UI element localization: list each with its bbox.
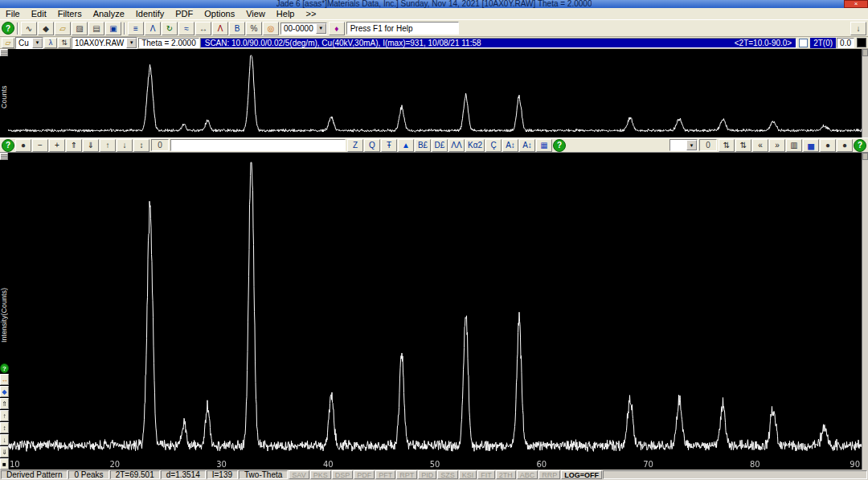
menu-filters[interactable]: Filters — [52, 9, 88, 18]
splitter-icon[interactable] — [862, 153, 868, 160]
menu-view[interactable]: View — [240, 9, 271, 18]
palette-icon[interactable]: ◆ — [0, 386, 9, 397]
record-icon[interactable]: ● — [15, 139, 31, 152]
flag-szs[interactable]: SZS — [437, 470, 458, 479]
display-colors-icon[interactable]: ◎ — [263, 22, 279, 35]
anode-select[interactable]: Cu ▼ — [15, 37, 43, 49]
flag-pdf[interactable]: PDF — [354, 470, 375, 479]
grid-table-icon[interactable]: ▦ — [536, 139, 552, 152]
find-peaks-icon[interactable]: ΛΛ — [448, 139, 465, 152]
display-mode-button[interactable] — [857, 38, 866, 47]
print-icon[interactable]: ▤ — [88, 22, 104, 35]
thumbnail-xrd-plot[interactable] — [8, 49, 862, 137]
pan-icon[interactable]: ↔ — [0, 374, 9, 385]
toolbar-overflow-icon[interactable]: ↓ — [850, 22, 866, 35]
splitter-icon[interactable] — [862, 49, 868, 56]
fit-height-icon[interactable]: ↕ — [0, 422, 9, 433]
sort-ascending-icon[interactable]: A↕ — [502, 139, 518, 152]
centroid-icon[interactable]: Ç — [485, 139, 502, 152]
spin-up-down-icon[interactable]: ⇅ — [719, 139, 735, 152]
help-icon[interactable]: ? — [2, 139, 14, 152]
two-theta-zero-label[interactable]: 2T(0) — [810, 38, 836, 48]
flag-rpt[interactable]: RPT — [396, 470, 417, 479]
stop-icon[interactable]: ● — [837, 139, 853, 152]
fit-axes-icon[interactable]: Ŧ — [381, 139, 397, 152]
scroll-up-icon[interactable]: ↑ — [0, 410, 9, 421]
menu-pdf[interactable]: PDF — [170, 9, 199, 18]
hatch-icon[interactable]: ▥ — [786, 139, 802, 152]
wavelength-icon[interactable]: λ — [44, 38, 57, 48]
main-xrd-plot[interactable] — [8, 153, 862, 470]
help-icon[interactable]: ? — [2, 22, 14, 35]
background-edit-icon[interactable]: B£ — [415, 139, 431, 152]
flag-dsp[interactable]: DSP — [332, 470, 354, 479]
record2-icon[interactable]: ● — [820, 139, 836, 152]
overlay-pdf-icon[interactable]: ♦ — [329, 22, 345, 35]
flag-rrp[interactable]: RRP — [538, 470, 560, 479]
mini-chart-icon[interactable]: ▅ — [803, 139, 819, 152]
shift-down-icon[interactable]: ↓ — [117, 139, 133, 152]
flag-pid[interactable]: PID — [418, 470, 436, 479]
command-input[interactable] — [170, 139, 346, 151]
flag-sav[interactable]: SAV — [289, 470, 309, 479]
peak-search-icon[interactable]: Λ — [212, 22, 228, 35]
sort-descending-icon[interactable]: A↕ — [519, 139, 535, 152]
menu-overflow[interactable]: >> — [300, 9, 321, 18]
export-icon[interactable]: ▣ — [105, 22, 121, 35]
menu-options[interactable]: Options — [199, 9, 240, 18]
page-right-icon[interactable]: » — [769, 139, 785, 152]
flag-2th[interactable]: 2TH — [496, 470, 516, 479]
splitter-handle-icon[interactable] — [0, 49, 8, 56]
fill-area-icon[interactable]: ▲ — [398, 139, 414, 152]
pdf-card-combo[interactable]: 00-0000 ▼ — [280, 23, 327, 35]
expand-axis-icon[interactable]: ↔ — [195, 22, 211, 35]
data-edit-icon[interactable]: D£ — [432, 139, 448, 152]
background-icon[interactable]: B — [229, 22, 245, 35]
theta-field[interactable]: Theta = 2.0000 — [138, 38, 199, 48]
peak-profile-icon[interactable]: Λ — [145, 22, 161, 35]
flag-abc[interactable]: ABC — [517, 470, 538, 479]
shift-up-icon[interactable]: ↑ — [100, 139, 116, 152]
menu-analyze[interactable]: Analyze — [88, 9, 130, 18]
help-icon[interactable]: ? — [0, 363, 9, 373]
refresh-overlay-icon[interactable]: ↻ — [162, 22, 178, 35]
help-icon[interactable]: ? — [854, 139, 866, 152]
help-icon[interactable]: ? — [553, 139, 566, 152]
percent-icon[interactable]: % — [246, 22, 262, 35]
splitter-handle-icon[interactable] — [0, 153, 8, 160]
log-toggle[interactable]: LOG=OFF — [561, 470, 602, 479]
open-file-icon[interactable]: ▱ — [55, 22, 71, 35]
overlay-select[interactable]: ▼ — [669, 139, 698, 151]
zoom-cursor-icon[interactable]: Z — [347, 139, 363, 152]
menu-help[interactable]: Help — [271, 9, 301, 18]
smooth-icon[interactable]: ≈ — [178, 22, 194, 35]
stack-patterns-icon[interactable]: ≡ — [128, 22, 144, 35]
file-select[interactable]: 10AX0Y.RAW ▼ — [72, 37, 137, 49]
magnify-icon[interactable]: Q — [364, 139, 380, 152]
zoom-in-icon[interactable]: + — [49, 139, 65, 152]
flag-ksi[interactable]: KSI — [459, 470, 477, 479]
reset-view-icon[interactable]: ↕ — [133, 139, 149, 152]
thumbnail-checkbox[interactable] — [799, 39, 808, 47]
scale-up-icon[interactable]: ⇑ — [66, 139, 82, 152]
two-theta-zero-field[interactable]: 0.0 — [837, 38, 854, 48]
status-axis-mode[interactable]: Two-Theta — [239, 470, 288, 479]
menu-identify[interactable]: Identify — [130, 9, 170, 18]
flag-pft[interactable]: PFT — [375, 470, 395, 479]
menu-file[interactable]: File — [0, 9, 26, 18]
save-file-icon[interactable]: ▨ — [72, 22, 88, 35]
scale-down-icon[interactable]: ⇓ — [83, 139, 99, 152]
file-open-icon[interactable]: ▱ — [2, 38, 14, 48]
flag-fit[interactable]: FIT — [477, 470, 495, 479]
scroll-down-icon[interactable]: ↓ — [0, 434, 9, 445]
stop-icon[interactable]: ■ — [0, 458, 9, 470]
scroll-top-icon[interactable]: ⇑ — [0, 398, 9, 409]
page-left-icon[interactable]: « — [752, 139, 768, 152]
flag-pks[interactable]: PKS — [310, 470, 331, 479]
kalpha2-strip-icon[interactable]: Kα2 — [465, 139, 485, 152]
spin-up-down2-icon[interactable]: ⇅ — [735, 139, 751, 152]
pan-mode-icon[interactable]: ◆ — [38, 22, 54, 35]
cursor-trace-icon[interactable]: ∿ — [21, 22, 37, 35]
theta-spinner-icon[interactable]: ⇅ — [58, 38, 71, 48]
zoom-out-icon[interactable]: − — [32, 139, 48, 152]
